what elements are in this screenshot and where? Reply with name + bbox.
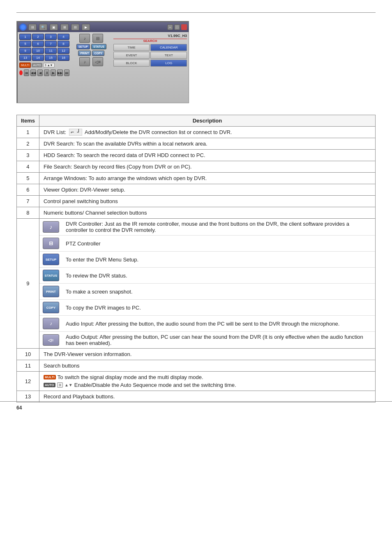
auto-badge: AUTO: [44, 383, 55, 387]
item-description: HDD Search: To search the record data of…: [39, 150, 375, 161]
auto-row: AUTO 3 ▲▼ Enable/Disable the Auto Sequen…: [44, 382, 371, 388]
sub-icon-cell-audio-out: ◁≡: [39, 332, 62, 349]
auto-desc: Enable/Disable the Auto Sequence mode an…: [74, 382, 236, 388]
text-search-btn[interactable]: TEXT: [150, 52, 187, 59]
auto-button[interactable]: AUTO: [32, 63, 42, 67]
item-number: 10: [17, 349, 39, 360]
ch-12[interactable]: 12: [58, 48, 69, 54]
sub-row-ptz: ⊟ PTZ Controller: [39, 236, 375, 252]
ch-15[interactable]: 15: [45, 55, 57, 61]
ch-13[interactable]: 13: [19, 55, 31, 61]
ch-9[interactable]: 9: [19, 48, 31, 54]
sub-icon-cell-audio-in: ♪: [39, 316, 62, 332]
event-search-btn[interactable]: EVENT: [113, 52, 150, 59]
maximize-btn[interactable]: □: [174, 24, 180, 30]
channel-grid: 1 2 3 4 5 6 7 8 9 10 11 12 13 14: [19, 34, 69, 61]
print-button[interactable]: PRINT: [78, 51, 91, 56]
sub-icon-cell-status: STATUS: [39, 268, 62, 284]
item-description-12: MULTI To switch the signal display mode …: [39, 372, 375, 391]
rw-fast-btn[interactable]: ⏮: [24, 69, 29, 76]
sub-row-print: PRINT To make a screen snapshot.: [39, 284, 375, 300]
item-number: 7: [17, 196, 39, 207]
item-number: 6: [17, 184, 39, 196]
item-description: Numeric buttons/ Channel selection butto…: [39, 207, 375, 219]
tb-icon-3[interactable]: ▣: [50, 24, 58, 30]
ch-11[interactable]: 11: [45, 48, 57, 54]
ch-2[interactable]: 2: [32, 34, 44, 40]
audio-in-icon: ♪: [43, 318, 59, 329]
item-description: Arrange Windows: To auto arrange the win…: [39, 173, 375, 184]
time-search-btn[interactable]: TIME: [113, 44, 150, 51]
dvr-controller-btn[interactable]: ♪: [79, 34, 90, 43]
dvr-right-panel: V1.99C_H3 SEARCH TIME CALENDAR EVENT TEX…: [112, 32, 189, 102]
ch-4[interactable]: 4: [58, 34, 69, 40]
dvr-body: 1 2 3 4 5 6 7 8 9 10 11 12 13 14: [18, 32, 189, 102]
table-row: 13 Record and Playback buttons.: [17, 391, 376, 402]
rw-btn[interactable]: ◀◀: [30, 69, 36, 76]
sub-desc-audio-out: Audio Output: After pressing the button,…: [62, 332, 375, 349]
play-btn[interactable]: ▶: [51, 69, 56, 76]
table-row: 10 The DVR-Viewer version information.: [17, 349, 376, 360]
item-description: DVR Search: To scan the available DVRs w…: [39, 138, 375, 150]
sequence-input[interactable]: 3 ▲▼: [43, 63, 55, 67]
close-btn[interactable]: [181, 24, 187, 30]
sub-row-setup: SETUP To enter the DVR Menu Setup.: [39, 252, 375, 268]
ff-fast-btn[interactable]: ⏭: [64, 69, 69, 76]
ff-btn[interactable]: ▶▶: [57, 69, 63, 76]
ch-8[interactable]: 8: [58, 41, 69, 47]
ch-14[interactable]: 14: [32, 55, 44, 61]
sub-row-dvr: ♪ DVR Controller: Just as the IR remote …: [39, 219, 375, 236]
ch-5[interactable]: 5: [19, 41, 31, 47]
sub-desc-status: To review the DVR status.: [62, 268, 375, 284]
audio-in-btn[interactable]: ♪: [79, 57, 90, 66]
tb-icon-2[interactable]: 🔍: [39, 24, 47, 30]
tb-icon-1[interactable]: ⊟: [28, 24, 37, 30]
sub-icon-cell-setup: SETUP: [39, 252, 62, 268]
print-copy-row: PRINT COPY: [78, 51, 104, 56]
item-number: 13: [17, 391, 39, 402]
calendar-search-btn[interactable]: CALENDAR: [150, 44, 187, 51]
block-search-btn[interactable]: BLOCK: [113, 60, 150, 67]
top-divider: [16, 12, 376, 13]
sub-icon-cell-ptz: ⊟: [39, 236, 62, 252]
ch-1[interactable]: 1: [19, 34, 31, 40]
item-number: 8: [17, 207, 39, 219]
tb-icon-4[interactable]: ⊞: [60, 24, 69, 30]
setup-button[interactable]: SETUP: [76, 44, 90, 49]
tb-icon-6[interactable]: ▶: [82, 24, 90, 30]
prev-btn[interactable]: ◀: [37, 69, 43, 76]
audio-out-btn[interactable]: ◁≡: [92, 57, 103, 66]
ptz-btn[interactable]: ⊟: [92, 34, 103, 43]
page-container: ⊟ 🔍 ▣ ⊞ ⊟ ▶ − □ 1: [0, 0, 392, 419]
num-badge: 3: [57, 382, 63, 388]
minimize-btn[interactable]: −: [167, 24, 173, 30]
sub-desc-print: To make a screen snapshot.: [62, 284, 375, 300]
tb-icon-5[interactable]: ⊟: [71, 24, 79, 30]
ch-6[interactable]: 6: [32, 41, 44, 47]
item-description: The DVR-Viewer version information.: [39, 349, 375, 360]
item-number: 5: [17, 173, 39, 184]
copy-button[interactable]: COPY: [92, 51, 104, 56]
table-row: 6 Viewer Option: DVR-Viewer setup.: [17, 184, 376, 196]
table-row: 8 Numeric buttons/ Channel selection but…: [17, 207, 376, 219]
ch-3[interactable]: 3: [45, 34, 57, 40]
sub-table-9: ♪ DVR Controller: Just as the IR remote …: [39, 219, 375, 348]
dvr-center-panel: ♪ ⊟ SETUP STATUS PRINT COPY ♪ ◁≡: [71, 32, 112, 102]
item-description: Record and Playback buttons.: [39, 391, 375, 402]
item-number: 4: [17, 161, 39, 173]
multi-button[interactable]: MULTI: [19, 62, 31, 68]
dvr-titlebar: ⊟ 🔍 ▣ ⊞ ⊟ ▶ − □: [18, 22, 189, 32]
audio-out-icon: ◁≡: [43, 334, 59, 346]
col-desc-header: Description: [39, 115, 375, 127]
pause-btn[interactable]: ⏸: [44, 69, 49, 76]
page-number: 64: [16, 405, 22, 411]
ch-7[interactable]: 7: [45, 41, 57, 47]
table-row-12: 12 MULTI To switch the signal display mo…: [17, 372, 376, 391]
description-table: Items Description 1 DVR List: ⌐ ┘ Add/Mo…: [16, 115, 376, 402]
item-number-12: 12: [17, 372, 39, 391]
item-description-9: ♪ DVR Controller: Just as the IR remote …: [39, 219, 375, 349]
status-button[interactable]: STATUS: [91, 44, 106, 49]
ch-10[interactable]: 10: [32, 48, 44, 54]
log-search-btn[interactable]: LOG: [150, 60, 187, 67]
ch-16[interactable]: 16: [58, 55, 69, 61]
